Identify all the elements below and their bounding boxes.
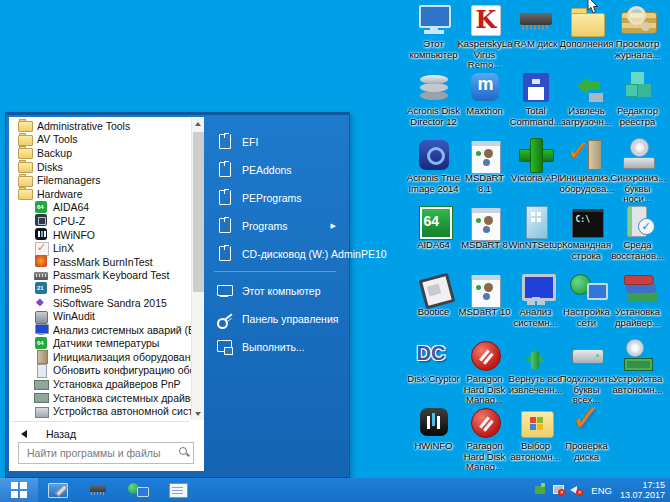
start-menu-item[interactable]: LinX bbox=[9, 241, 191, 255]
desktop-icon[interactable]: RAM диск bbox=[510, 1, 561, 68]
start-menu-item[interactable]: Filemanagers bbox=[9, 173, 191, 187]
start-menu-item[interactable]: Инициализация оборудования bbox=[9, 350, 191, 364]
start-menu-right-item[interactable]: EFI bbox=[206, 128, 344, 155]
desktop-icon[interactable]: Вернуть все извлеченн... bbox=[510, 336, 561, 403]
start-menu-item-label: Filemanagers bbox=[37, 174, 101, 186]
desktop-icon[interactable]: Подключить буквы всех... bbox=[561, 336, 612, 403]
start-menu-item[interactable]: Установка системных драйверов PnP bbox=[9, 391, 191, 405]
desktop-icon[interactable]: Просмотр журнала... bbox=[612, 1, 663, 68]
start-menu-item[interactable]: SiSoftware Sandra 2015 bbox=[9, 296, 191, 310]
desktop-icon[interactable]: Paragon Hard Disk Manag... bbox=[459, 336, 510, 403]
desktop-icon[interactable]: Disk Cryptor bbox=[408, 336, 459, 403]
start-menu-item[interactable]: Passmark Keyboard Test bbox=[9, 269, 191, 283]
desktop-icon[interactable]: Синхрониз... буквы носи... bbox=[612, 135, 663, 202]
start-menu-right-item[interactable]: CD-дисковод (W:) AdminPE10 bbox=[206, 240, 344, 267]
desktop-icon[interactable]: Настройка сети bbox=[561, 269, 612, 336]
start-menu-right-item[interactable]: Выполнить... bbox=[206, 333, 344, 360]
desktop-icon[interactable]: Дополнения bbox=[561, 1, 612, 68]
start-menu-item[interactable]: HWiNFO bbox=[9, 228, 191, 242]
start-menu-item-label: PassMark BurnInTest bbox=[53, 256, 153, 268]
start-menu-item[interactable]: CPU-Z bbox=[9, 214, 191, 228]
desktop-icon-label: Maxthon bbox=[458, 106, 512, 117]
offline-devices-icon bbox=[616, 338, 660, 374]
usb-unplug-icon[interactable] bbox=[534, 484, 547, 496]
desktop-icon[interactable]: Инициализ... оборудова... bbox=[561, 135, 612, 202]
start-menu-right-item[interactable]: Programs ▶ bbox=[206, 212, 344, 239]
start-menu-item[interactable]: Установка драйверов PnP bbox=[9, 377, 191, 391]
start-menu-item[interactable]: WinAudit bbox=[9, 309, 191, 323]
desktop-icon[interactable]: Установка драйвер... bbox=[612, 269, 663, 336]
desktop-icon[interactable]: Извлечь загрузочн... bbox=[561, 68, 612, 135]
desktop-icon-label: Синхрониз... буквы носи... bbox=[611, 173, 665, 202]
network-disconnected-icon[interactable] bbox=[552, 484, 565, 496]
start-menu-item-label: Анализ системных аварий (BSOD) bbox=[53, 324, 191, 336]
start-menu-item[interactable]: Обновить конфигурацию оборудования bbox=[9, 364, 191, 378]
desktop-icon[interactable]: Командная строка bbox=[561, 202, 612, 269]
start-menu-item[interactable]: Hardware bbox=[9, 187, 191, 201]
start-menu-item-label: AV Tools bbox=[37, 133, 77, 145]
desktop-icon[interactable]: Среда восстанов... bbox=[612, 202, 663, 269]
start-menu-program-list: Administrative Tools AV Tools Backup Dis… bbox=[9, 119, 191, 419]
start-menu-item[interactable]: Disks bbox=[9, 160, 191, 174]
start-menu-item[interactable]: AIDA64 bbox=[9, 201, 191, 215]
desktop-icon[interactable]: MSDaRT 8.1 bbox=[459, 135, 510, 202]
start-button[interactable] bbox=[0, 478, 38, 502]
hw-init-icon bbox=[565, 137, 609, 173]
start-menu-item[interactable]: PassMark BurnInTest bbox=[9, 255, 191, 269]
desktop-icon-label: Disk Cryptor bbox=[407, 374, 461, 385]
desktop-icon[interactable]: Total Command... bbox=[510, 68, 561, 135]
desktop-icon[interactable]: MSDaRT 10 bbox=[459, 269, 510, 336]
start-menu-right-item[interactable]: PEAddons bbox=[206, 156, 344, 183]
desktop-icon[interactable]: AIDA64 bbox=[408, 202, 459, 269]
desktop-icon[interactable]: Acronis True Image 2014 bbox=[408, 135, 459, 202]
desktop-icon[interactable]: Paragon Hard Disk Manag... bbox=[459, 403, 510, 470]
desktop-icon[interactable]: Victoria API bbox=[510, 135, 561, 202]
start-menu-right-item[interactable]: Панель управления bbox=[206, 305, 344, 332]
scrollbar-thumb[interactable] bbox=[193, 132, 204, 292]
start-menu-item[interactable]: AV Tools bbox=[9, 133, 191, 147]
language-indicator[interactable]: ENG bbox=[589, 485, 614, 496]
start-menu-item[interactable]: Backup bbox=[9, 146, 191, 160]
desktop-icon-label: WinNTSetup3 bbox=[509, 240, 563, 251]
start-menu-item[interactable]: Устройства автономной системы bbox=[9, 404, 191, 418]
desktop-icon[interactable]: HWiNFO bbox=[408, 403, 459, 470]
desktop-icon-label: Дополнения bbox=[560, 39, 614, 50]
desktop-icon[interactable]: Bootice bbox=[408, 269, 459, 336]
desktop-icon[interactable]: Этот компьютер bbox=[408, 1, 459, 68]
tray-time: 17:15 bbox=[642, 480, 665, 490]
desktop-icon[interactable]: Выбор автономн... bbox=[510, 403, 561, 470]
acronis-true-icon bbox=[412, 137, 456, 173]
offline-mini-icon bbox=[34, 405, 48, 418]
tray-clock[interactable]: 17:15 13.07.2017 bbox=[620, 480, 665, 500]
desktop-icon[interactable]: KasperskyLab Virus Remo... bbox=[459, 1, 510, 68]
search-icon[interactable] bbox=[179, 447, 187, 455]
desktop-icon[interactable]: Проверка диска bbox=[561, 403, 612, 470]
green-cross-icon bbox=[514, 137, 558, 173]
start-menu-item[interactable]: Prime95 bbox=[9, 282, 191, 296]
taskbar-button[interactable] bbox=[78, 478, 118, 502]
volume-muted-icon[interactable] bbox=[570, 484, 583, 496]
start-menu-right-item-label: EFI bbox=[242, 136, 258, 148]
desktop-icon-label: Установка драйвер... bbox=[611, 307, 665, 328]
desktop-icon[interactable]: WinNTSetup3 bbox=[510, 202, 561, 269]
desktop-icon[interactable]: Maxthon bbox=[459, 68, 510, 135]
search-input[interactable] bbox=[18, 442, 194, 464]
desktop-icon[interactable]: Анализ системн... bbox=[510, 269, 561, 336]
desktop-icon[interactable]: MSDaRT 8 bbox=[459, 202, 510, 269]
desktop-icon-label: KasperskyLab Virus Remo... bbox=[458, 39, 512, 68]
desktop-icon-label: Инициализ... оборудова... bbox=[560, 173, 614, 194]
scrollbar[interactable] bbox=[191, 117, 204, 420]
back-button[interactable]: Назад bbox=[9, 424, 191, 444]
desktop-icon[interactable]: Редактор реестра bbox=[612, 68, 663, 135]
start-menu-right-item[interactable]: Этот компьютер bbox=[206, 277, 344, 304]
start-menu-item[interactable]: Датчики температуры bbox=[9, 337, 191, 351]
taskbar-button[interactable] bbox=[38, 478, 78, 502]
start-menu-item[interactable]: Administrative Tools bbox=[9, 119, 191, 133]
start-menu-right-item[interactable]: PEPrograms bbox=[206, 184, 344, 211]
desktop-icon[interactable]: Устройства автономн... bbox=[612, 336, 663, 403]
taskbar-button[interactable] bbox=[118, 478, 158, 502]
desktop-icon[interactable]: Acronis Disk Director 12 bbox=[408, 68, 459, 135]
desktop-icon-label: Acronis True Image 2014 bbox=[407, 173, 461, 194]
start-menu-item[interactable]: Анализ системных аварий (BSOD) bbox=[9, 323, 191, 337]
taskbar-button[interactable] bbox=[158, 478, 198, 502]
